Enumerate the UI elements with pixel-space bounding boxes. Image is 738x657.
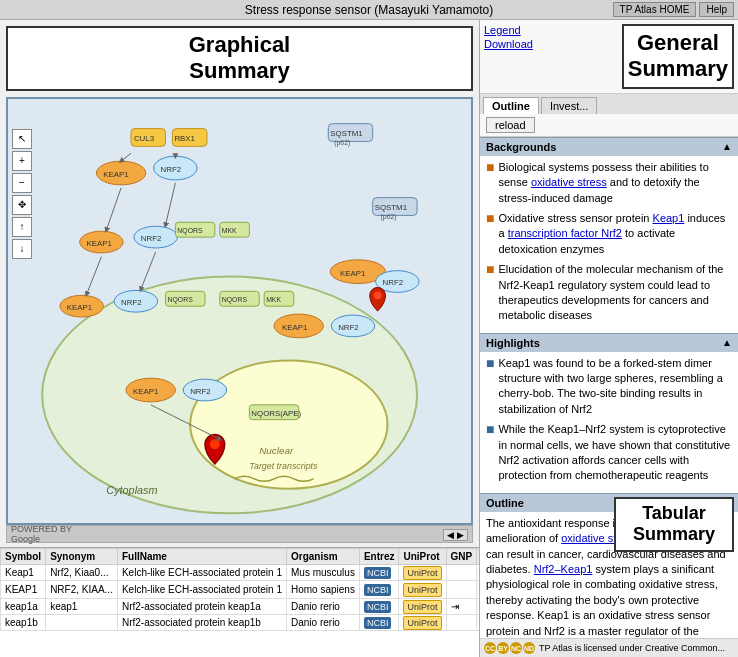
cell-synonym: Nrf2, Kiaa0... — [46, 565, 118, 581]
col-symbol: Symbol — [1, 549, 46, 565]
svg-text:NQORS: NQORS — [167, 296, 193, 304]
main-container: Graphical Summary ↖ + − ✥ ↑ ↓ Cytoplasm — [0, 20, 738, 657]
col-entrez: Entrez — [359, 549, 399, 565]
highlights-collapse-button[interactable]: ▲ — [722, 337, 732, 348]
map-tools: ↖ + − ✥ ↑ ↓ — [12, 129, 32, 259]
table-row: keap1b Nrf2-associated protein keap1b Da… — [1, 615, 480, 631]
cell-struct-pdb[interactable]: PDBj 2 — [477, 581, 479, 599]
table-header-row: Symbol Synonym FullName Organism Entrez … — [1, 549, 480, 565]
legend-link[interactable]: Legend — [484, 24, 533, 36]
cell-fullname: Nrf2-associated protein keap1b — [117, 615, 286, 631]
content-area[interactable]: Backgrounds ▲ ■ Biological systems posse… — [480, 137, 738, 638]
tabs-row: Outline Invest... — [480, 94, 738, 114]
highlights-title: Highlights — [486, 337, 540, 349]
right-top: Legend Download General Summary — [480, 20, 738, 94]
svg-point-45 — [374, 291, 382, 299]
navigate-tool-button[interactable]: ↖ — [12, 129, 32, 149]
cell-entrez[interactable]: NCBI — [359, 599, 399, 615]
reload-button[interactable]: reload — [486, 117, 535, 133]
map-nav-button[interactable]: ◀ ▶ — [443, 529, 468, 541]
by-icon: BY — [497, 642, 509, 654]
cell-synonym: keap1 — [46, 599, 118, 615]
svg-text:NQORS: NQORS — [222, 296, 248, 304]
highlight-bullet-2: ■ — [486, 422, 494, 436]
highlight-item-1: ■ Keap1 was found to be a forked-stem di… — [486, 356, 732, 418]
backgrounds-title: Backgrounds — [486, 141, 556, 153]
title-bar-buttons: TP Atlas HOME Help — [613, 2, 734, 17]
keap1-link[interactable]: Keap1 — [653, 212, 685, 224]
backgrounds-body: ■ Biological systems possess their abili… — [480, 156, 738, 333]
background-text-3: Elucidation of the molecular mechanism o… — [498, 262, 732, 324]
svg-text:MKK: MKK — [266, 296, 281, 303]
left-panel: Graphical Summary ↖ + − ✥ ↑ ↓ Cytoplasm — [0, 20, 480, 657]
cell-uniprot[interactable]: UniProt — [399, 565, 446, 581]
col-synonym: Synonym — [46, 549, 118, 565]
cell-uniprot[interactable]: UniProt — [399, 581, 446, 599]
oxidative-stress-link-1[interactable]: oxidative stress — [531, 176, 607, 188]
highlight-bullet-1: ■ — [486, 356, 494, 370]
map-pin-1[interactable] — [370, 287, 386, 311]
svg-text:SQSTM1: SQSTM1 — [330, 129, 362, 138]
help-button[interactable]: Help — [699, 2, 734, 17]
svg-text:(p62): (p62) — [381, 213, 397, 221]
cell-struct-pdb[interactable]: PDBj — [477, 565, 479, 581]
pathway-map: Cytoplasm Nuclear Target transcripts CUL… — [8, 99, 471, 523]
zoom-out-button[interactable]: − — [12, 173, 32, 193]
tabular-summary-label: Tabular Summary — [614, 497, 734, 552]
tab-invest[interactable]: Invest... — [541, 97, 598, 114]
cell-gnp — [446, 581, 477, 599]
nc-icon: NC — [510, 642, 522, 654]
svg-text:(p62): (p62) — [334, 139, 350, 147]
cell-gnp — [446, 565, 477, 581]
svg-text:KEAP1: KEAP1 — [103, 170, 128, 179]
svg-text:NQORS(APE): NQORS(APE) — [251, 408, 301, 417]
cell-gnp: ⇥ — [446, 599, 477, 615]
svg-text:NRF2: NRF2 — [338, 323, 359, 332]
hand-tool-button[interactable]: ✥ — [12, 195, 32, 215]
table-row: keap1a keap1 Nrf2-associated protein kea… — [1, 599, 480, 615]
nrf2-keap1-link[interactable]: Nrf2–Keap1 — [534, 563, 593, 575]
cell-organism: Danio rerio — [287, 599, 360, 615]
svg-text:MKK: MKK — [222, 227, 237, 234]
bullet-icon-3: ■ — [486, 262, 494, 276]
cell-entrez[interactable]: NCBI — [359, 565, 399, 581]
cell-entrez[interactable]: NCBI — [359, 615, 399, 631]
graphical-summary-header: Graphical Summary — [6, 26, 473, 91]
cell-fullname: Nrf2-associated protein keap1a — [117, 599, 286, 615]
svg-point-46 — [210, 439, 220, 449]
cell-uniprot[interactable]: UniProt — [399, 615, 446, 631]
tab-outline[interactable]: Outline — [483, 97, 539, 114]
outline-title: Outline — [486, 497, 524, 509]
reload-row: reload — [480, 114, 738, 137]
highlights-body: ■ Keap1 was found to be a forked-stem di… — [480, 352, 738, 493]
cell-gnp — [446, 615, 477, 631]
pan-up-button[interactable]: ↑ — [12, 217, 32, 237]
map-bottom-bar: POWERED BYGoogle ◀ ▶ — [6, 525, 473, 543]
svg-text:KEAP1: KEAP1 — [282, 323, 307, 332]
nrf2-link[interactable]: transcription factor Nrf2 — [508, 227, 622, 239]
title-bar: Stress response sensor (Masayuki Yamamot… — [0, 0, 738, 20]
highlight-item-2: ■ While the Keap1–Nrf2 system is cytopro… — [486, 422, 732, 484]
cell-entrez[interactable]: NCBI — [359, 581, 399, 599]
highlight-text-2: While the Keap1–Nrf2 system is cytoprote… — [498, 422, 732, 484]
col-gnp: GNP — [446, 549, 477, 565]
map-container[interactable]: ↖ + − ✥ ↑ ↓ Cytoplasm Nuclear Target tra… — [6, 97, 473, 525]
license-text: TP Atlas is licensed under Creative Comm… — [539, 643, 725, 653]
download-link[interactable]: Download — [484, 38, 533, 50]
svg-text:NRF2: NRF2 — [383, 278, 404, 287]
svg-text:NRF2: NRF2 — [190, 387, 211, 396]
background-item-1: ■ Biological systems possess their abili… — [486, 160, 732, 206]
svg-text:RBX1: RBX1 — [174, 134, 195, 143]
nd-icon: ND — [523, 642, 535, 654]
background-item-3: ■ Elucidation of the molecular mechanism… — [486, 262, 732, 324]
zoom-in-button[interactable]: + — [12, 151, 32, 171]
bullet-icon-2: ■ — [486, 211, 494, 225]
col-organism: Organism — [287, 549, 360, 565]
pan-down-button[interactable]: ↓ — [12, 239, 32, 259]
legend-download: Legend Download — [484, 24, 533, 50]
tp-atlas-home-button[interactable]: TP Atlas HOME — [613, 2, 697, 17]
backgrounds-collapse-button[interactable]: ▲ — [722, 141, 732, 152]
svg-text:KEAP1: KEAP1 — [67, 303, 92, 312]
table-row: Keap1 Nrf2, Kiaa0... Kelch-like ECH-asso… — [1, 565, 480, 581]
cell-uniprot[interactable]: UniProt — [399, 599, 446, 615]
